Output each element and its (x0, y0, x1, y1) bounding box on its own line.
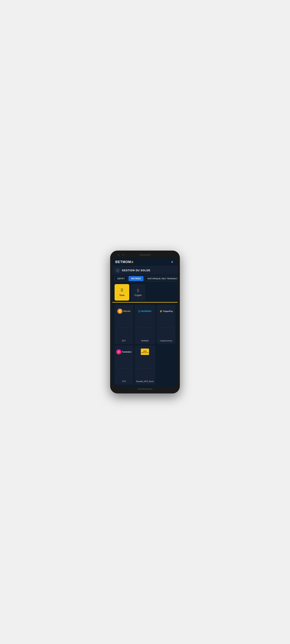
bewallet-divider (138, 328, 152, 328)
close-button[interactable]: × (170, 259, 175, 264)
bewallet-text: BeWallet (141, 310, 151, 312)
bitcoin-brand: ₿ bitcoin (117, 309, 130, 314)
payment-card-bewallet[interactable]: ▷ BeWallet BeWallet (135, 305, 155, 344)
phone-speaker (140, 254, 150, 256)
btc-name: BTC (122, 340, 126, 342)
brand-logo: BETMOM⚙ (115, 260, 134, 264)
mtn-label: MTN (143, 350, 146, 352)
bewallet-logo-area: ▷ BeWallet (136, 307, 154, 315)
fulgur-brand: ⚡ FulgurPay (159, 310, 173, 313)
fasttoken-brand: ⚡ Fasttoken (116, 349, 132, 354)
phone-screen: BETMOM⚙ × ‹ GESTION DU SOLDE DÉPÔT RETIR… (112, 257, 178, 387)
bewallet-name: BeWallet (141, 340, 149, 342)
crypto-icon: ₿ (137, 288, 139, 293)
category-tous[interactable]: ⠿ Tous (115, 284, 129, 300)
payment-card-mtn[interactable]: MTN Mobile Money Bewallet_MTN_Benin (135, 346, 155, 385)
bewallet-arrow-icon: ▷ (139, 309, 141, 313)
tous-label: Tous (119, 294, 124, 296)
mtn-name: Bewallet_MTN_Benin (136, 380, 154, 382)
tabs-bar: DÉPÔT RETIRER HISTORIQUE DES TRANSACTION… (112, 274, 178, 282)
tab-retirer[interactable]: RETIRER (129, 276, 144, 281)
phone-bottom-bar (112, 387, 178, 391)
tab-depot[interactable]: DÉPÔT (115, 276, 127, 281)
app-container: BETMOM⚙ × ‹ GESTION DU SOLDE DÉPÔT RETIR… (112, 257, 178, 387)
brand-bet: BETMOM (115, 260, 131, 264)
btc-divider (118, 328, 130, 328)
category-tabs: ⠿ Tous ₿ Crypto (112, 282, 178, 302)
fulgur-text: FulgurPay (163, 310, 173, 312)
bitcoin-text: bitcoin (123, 310, 130, 312)
back-button[interactable]: ‹ (115, 268, 120, 273)
mtn-box-icon: MTN Mobile Money (141, 348, 149, 355)
payment-grid: ₿ bitcoin BTC ▷ BeWallet (112, 302, 178, 387)
bitcoin-logo-icon: ₿ (117, 309, 122, 314)
page-title: GESTION DU SOLDE (122, 269, 150, 272)
bewallet-brand: ▷ BeWallet (139, 309, 151, 313)
mtn-brand: MTN Mobile Money (136, 348, 154, 355)
mtn-sublabel: Mobile Money (141, 352, 149, 353)
fulgur-bolt-icon: ⚡ (159, 310, 162, 313)
fulgur-logo-area: ⚡ FulgurPay (158, 307, 174, 315)
fulgur-divider (160, 328, 172, 328)
tous-icon: ⠿ (120, 288, 123, 293)
phone-camera-right (122, 254, 124, 256)
fasttoken-text: Fasttoken (122, 351, 132, 353)
crypto-label: Crypto (135, 294, 142, 296)
tab-historique[interactable]: HISTORIQUE DES TRANSACTIONS (145, 276, 178, 281)
fasttoken-icon: ⚡ (116, 349, 121, 354)
btc-logo-area: ₿ bitcoin (116, 307, 132, 315)
category-crypto[interactable]: ₿ Crypto (131, 284, 145, 300)
phone-camera-left (118, 254, 120, 256)
phone-device: BETMOM⚙ × ‹ GESTION DU SOLDE DÉPÔT RETIR… (110, 250, 180, 394)
payment-card-btc[interactable]: ₿ bitcoin BTC (115, 305, 133, 344)
ftn-name: FTN (122, 380, 126, 382)
payment-card-ftn[interactable]: ⚡ Fasttoken FTN (115, 346, 133, 385)
fulgur-name: Cryptocurrency (160, 340, 172, 342)
page-title-bar: ‹ GESTION DU SOLDE (112, 266, 178, 274)
ftn-logo-area: ⚡ Fasttoken (116, 348, 132, 356)
payment-card-fulgur[interactable]: ⚡ FulgurPay Cryptocurrency (157, 305, 175, 344)
brand-gear: ⚙ (131, 261, 134, 264)
app-header: BETMOM⚙ × (112, 257, 178, 266)
phone-notch (112, 253, 178, 257)
home-indicator (138, 389, 152, 390)
mtn-logo-area: MTN Mobile Money (136, 348, 154, 356)
